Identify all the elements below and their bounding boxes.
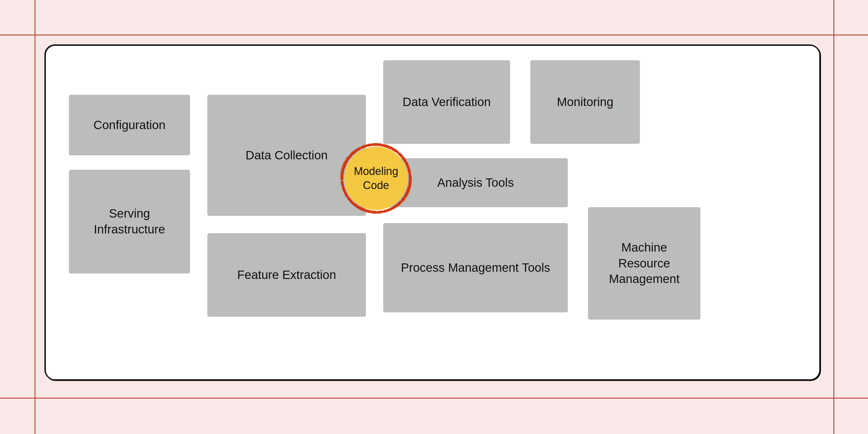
process-management-tools-label: Process Management Tools	[401, 260, 550, 276]
serving-infrastructure-label: Serving Infrastructure	[75, 206, 184, 237]
red-horizontal-line-top	[0, 35, 868, 35]
monitoring-box: Monitoring	[530, 60, 640, 144]
machine-resource-management-label: Machine Resource Management	[594, 240, 695, 287]
process-management-tools-box: Process Management Tools	[383, 223, 568, 312]
data-verification-label: Data Verification	[403, 94, 491, 110]
red-vertical-line-left	[35, 0, 35, 434]
modeling-code-circle: Modeling Code	[344, 147, 408, 210]
data-verification-box: Data Verification	[383, 60, 510, 144]
machine-resource-management-box: Machine Resource Management	[588, 207, 701, 320]
serving-infrastructure-box: Serving Infrastructure	[69, 170, 190, 273]
analysis-tools-label: Analysis Tools	[437, 175, 514, 191]
feature-extraction-label: Feature Extraction	[237, 267, 336, 283]
red-vertical-line-right	[833, 0, 834, 434]
configuration-box: Configuration	[69, 95, 190, 155]
configuration-label: Configuration	[93, 117, 165, 133]
modeling-code-label: Modeling Code	[344, 164, 408, 193]
feature-extraction-box: Feature Extraction	[207, 233, 366, 317]
red-horizontal-line-bottom	[0, 398, 868, 399]
main-diagram-container: Configuration Serving Infrastructure Dat…	[45, 45, 820, 380]
monitoring-label: Monitoring	[557, 94, 613, 110]
data-collection-label: Data Collection	[246, 147, 328, 163]
